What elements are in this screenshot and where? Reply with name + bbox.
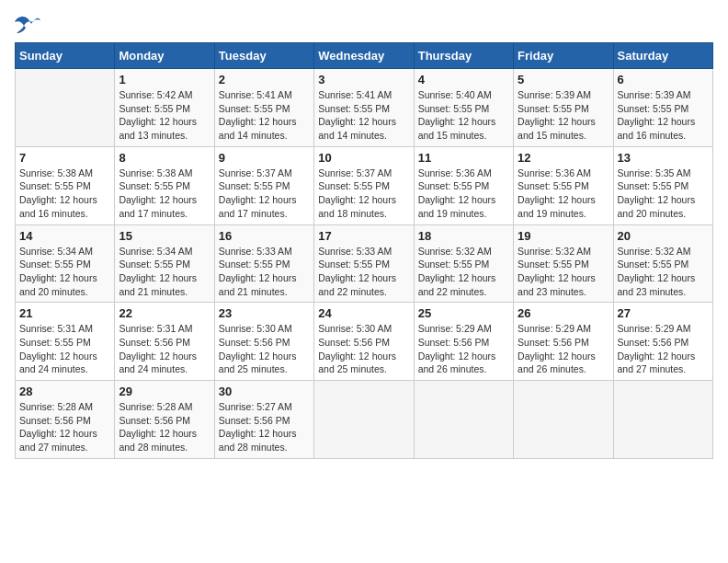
cell-info: Sunrise: 5:36 AMSunset: 5:55 PMDaylight:… bbox=[418, 167, 509, 221]
day-number: 11 bbox=[418, 151, 509, 165]
cell-info: Sunrise: 5:41 AMSunset: 5:55 PMDaylight:… bbox=[219, 88, 310, 143]
day-number: 20 bbox=[618, 229, 709, 243]
cell-info: Sunrise: 5:29 AMSunset: 5:56 PMDaylight:… bbox=[518, 322, 609, 376]
calendar-cell bbox=[314, 381, 414, 459]
day-number: 21 bbox=[19, 306, 110, 320]
cell-info: Sunrise: 5:34 AMSunset: 5:55 PMDaylight:… bbox=[119, 245, 210, 299]
cell-info: Sunrise: 5:38 AMSunset: 5:55 PMDaylight:… bbox=[19, 167, 110, 221]
cell-info: Sunrise: 5:28 AMSunset: 5:56 PMDaylight:… bbox=[119, 400, 210, 454]
weekday-header-wednesday: Wednesday bbox=[314, 43, 414, 69]
calendar-cell: 9Sunrise: 5:37 AMSunset: 5:55 PMDaylight… bbox=[214, 146, 313, 224]
calendar-cell: 10Sunrise: 5:37 AMSunset: 5:55 PMDayligh… bbox=[314, 146, 414, 224]
calendar-cell: 5Sunrise: 5:39 AMSunset: 5:55 PMDaylight… bbox=[514, 69, 613, 147]
calendar-cell: 13Sunrise: 5:35 AMSunset: 5:55 PMDayligh… bbox=[613, 146, 712, 224]
day-number: 16 bbox=[219, 229, 310, 243]
cell-info: Sunrise: 5:31 AMSunset: 5:55 PMDaylight:… bbox=[19, 322, 110, 376]
day-number: 10 bbox=[318, 151, 409, 165]
header bbox=[15, 15, 713, 35]
calendar-cell: 14Sunrise: 5:34 AMSunset: 5:55 PMDayligh… bbox=[16, 224, 115, 303]
day-number: 19 bbox=[518, 229, 609, 243]
calendar-cell: 6Sunrise: 5:39 AMSunset: 5:55 PMDaylight… bbox=[613, 69, 712, 147]
day-number: 5 bbox=[518, 73, 609, 86]
cell-info: Sunrise: 5:39 AMSunset: 5:55 PMDaylight:… bbox=[518, 88, 609, 143]
calendar-cell: 30Sunrise: 5:27 AMSunset: 5:56 PMDayligh… bbox=[214, 381, 313, 459]
day-number: 17 bbox=[318, 229, 409, 243]
day-number: 9 bbox=[219, 151, 310, 165]
day-number: 24 bbox=[318, 306, 409, 320]
day-number: 29 bbox=[119, 385, 210, 398]
cell-info: Sunrise: 5:32 AMSunset: 5:55 PMDaylight:… bbox=[618, 245, 709, 299]
week-row-4: 21Sunrise: 5:31 AMSunset: 5:55 PMDayligh… bbox=[16, 303, 713, 381]
week-row-3: 14Sunrise: 5:34 AMSunset: 5:55 PMDayligh… bbox=[16, 224, 713, 303]
logo bbox=[15, 15, 44, 35]
calendar-cell: 25Sunrise: 5:29 AMSunset: 5:56 PMDayligh… bbox=[414, 303, 513, 381]
cell-info: Sunrise: 5:29 AMSunset: 5:56 PMDaylight:… bbox=[418, 322, 509, 376]
cell-info: Sunrise: 5:31 AMSunset: 5:56 PMDaylight:… bbox=[119, 322, 210, 376]
calendar-cell: 22Sunrise: 5:31 AMSunset: 5:56 PMDayligh… bbox=[115, 303, 214, 381]
cell-info: Sunrise: 5:42 AMSunset: 5:55 PMDaylight:… bbox=[119, 88, 210, 143]
calendar-cell: 24Sunrise: 5:30 AMSunset: 5:56 PMDayligh… bbox=[314, 303, 414, 381]
day-number: 13 bbox=[618, 151, 709, 165]
weekday-header-thursday: Thursday bbox=[414, 43, 513, 69]
day-number: 7 bbox=[19, 151, 110, 165]
day-number: 12 bbox=[518, 151, 609, 165]
day-number: 1 bbox=[119, 73, 210, 86]
cell-info: Sunrise: 5:30 AMSunset: 5:56 PMDaylight:… bbox=[318, 322, 409, 376]
calendar-cell: 8Sunrise: 5:38 AMSunset: 5:55 PMDaylight… bbox=[115, 146, 214, 224]
day-number: 25 bbox=[418, 306, 509, 320]
cell-info: Sunrise: 5:33 AMSunset: 5:55 PMDaylight:… bbox=[318, 245, 409, 299]
calendar-table: SundayMondayTuesdayWednesdayThursdayFrid… bbox=[15, 42, 713, 459]
cell-info: Sunrise: 5:28 AMSunset: 5:56 PMDaylight:… bbox=[19, 400, 110, 454]
cell-info: Sunrise: 5:38 AMSunset: 5:55 PMDaylight:… bbox=[119, 167, 210, 221]
calendar-cell bbox=[514, 381, 613, 459]
cell-info: Sunrise: 5:27 AMSunset: 5:56 PMDaylight:… bbox=[219, 400, 310, 454]
week-row-2: 7Sunrise: 5:38 AMSunset: 5:55 PMDaylight… bbox=[16, 146, 713, 224]
weekday-header-saturday: Saturday bbox=[613, 43, 712, 69]
day-number: 15 bbox=[119, 229, 210, 243]
logo-bird-icon bbox=[15, 15, 40, 35]
calendar-cell bbox=[414, 381, 513, 459]
calendar-cell: 3Sunrise: 5:41 AMSunset: 5:55 PMDaylight… bbox=[314, 69, 414, 147]
cell-info: Sunrise: 5:34 AMSunset: 5:55 PMDaylight:… bbox=[19, 245, 110, 299]
calendar-cell: 29Sunrise: 5:28 AMSunset: 5:56 PMDayligh… bbox=[115, 381, 214, 459]
calendar-cell: 12Sunrise: 5:36 AMSunset: 5:55 PMDayligh… bbox=[514, 146, 613, 224]
calendar-cell: 16Sunrise: 5:33 AMSunset: 5:55 PMDayligh… bbox=[214, 224, 313, 303]
calendar-cell bbox=[16, 69, 115, 147]
calendar-cell: 17Sunrise: 5:33 AMSunset: 5:55 PMDayligh… bbox=[314, 224, 414, 303]
day-number: 3 bbox=[318, 73, 409, 86]
day-number: 30 bbox=[219, 385, 310, 398]
day-number: 27 bbox=[618, 306, 709, 320]
cell-info: Sunrise: 5:29 AMSunset: 5:56 PMDaylight:… bbox=[618, 322, 709, 376]
cell-info: Sunrise: 5:36 AMSunset: 5:55 PMDaylight:… bbox=[518, 167, 609, 221]
day-number: 14 bbox=[19, 229, 110, 243]
day-number: 4 bbox=[418, 73, 509, 86]
weekday-header-sunday: Sunday bbox=[16, 43, 115, 69]
day-number: 2 bbox=[219, 73, 310, 86]
week-row-1: 1Sunrise: 5:42 AMSunset: 5:55 PMDaylight… bbox=[16, 69, 713, 147]
header-row: SundayMondayTuesdayWednesdayThursdayFrid… bbox=[16, 43, 713, 69]
week-row-5: 28Sunrise: 5:28 AMSunset: 5:56 PMDayligh… bbox=[16, 381, 713, 459]
weekday-header-tuesday: Tuesday bbox=[214, 43, 313, 69]
cell-info: Sunrise: 5:30 AMSunset: 5:56 PMDaylight:… bbox=[219, 322, 310, 376]
cell-info: Sunrise: 5:32 AMSunset: 5:55 PMDaylight:… bbox=[518, 245, 609, 299]
weekday-header-friday: Friday bbox=[514, 43, 613, 69]
calendar-cell: 28Sunrise: 5:28 AMSunset: 5:56 PMDayligh… bbox=[16, 381, 115, 459]
calendar-cell: 27Sunrise: 5:29 AMSunset: 5:56 PMDayligh… bbox=[613, 303, 712, 381]
calendar-cell: 7Sunrise: 5:38 AMSunset: 5:55 PMDaylight… bbox=[16, 146, 115, 224]
day-number: 22 bbox=[119, 306, 210, 320]
day-number: 8 bbox=[119, 151, 210, 165]
cell-info: Sunrise: 5:37 AMSunset: 5:55 PMDaylight:… bbox=[219, 167, 310, 221]
day-number: 23 bbox=[219, 306, 310, 320]
cell-info: Sunrise: 5:37 AMSunset: 5:55 PMDaylight:… bbox=[318, 167, 409, 221]
day-number: 18 bbox=[418, 229, 509, 243]
calendar-cell: 1Sunrise: 5:42 AMSunset: 5:55 PMDaylight… bbox=[115, 69, 214, 147]
calendar-cell: 11Sunrise: 5:36 AMSunset: 5:55 PMDayligh… bbox=[414, 146, 513, 224]
calendar-cell: 21Sunrise: 5:31 AMSunset: 5:55 PMDayligh… bbox=[16, 303, 115, 381]
calendar-cell: 18Sunrise: 5:32 AMSunset: 5:55 PMDayligh… bbox=[414, 224, 513, 303]
calendar-cell bbox=[613, 381, 712, 459]
calendar-cell: 23Sunrise: 5:30 AMSunset: 5:56 PMDayligh… bbox=[214, 303, 313, 381]
cell-info: Sunrise: 5:40 AMSunset: 5:55 PMDaylight:… bbox=[418, 88, 509, 143]
cell-info: Sunrise: 5:33 AMSunset: 5:55 PMDaylight:… bbox=[219, 245, 310, 299]
calendar-cell: 19Sunrise: 5:32 AMSunset: 5:55 PMDayligh… bbox=[514, 224, 613, 303]
day-number: 6 bbox=[618, 73, 709, 86]
